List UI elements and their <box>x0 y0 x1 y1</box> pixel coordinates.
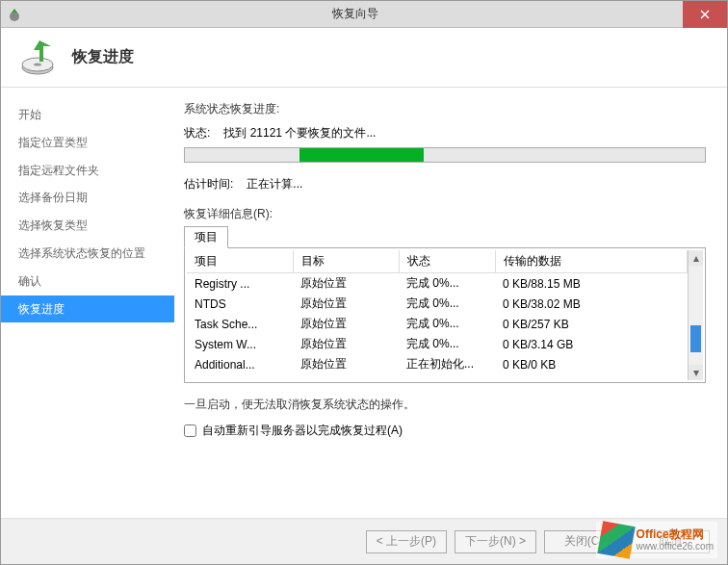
table-row[interactable]: Task Sche...原始位置完成 0%...0 KB/257 KB <box>187 314 688 334</box>
scroll-down-icon[interactable]: ▾ <box>689 365 703 380</box>
status-line: 状态: 找到 21121 个要恢复的文件... <box>184 125 706 141</box>
titlebar: 恢复向导 <box>1 1 727 28</box>
cell: Additional... <box>187 354 293 374</box>
wizard-window: 恢复向导 恢复进度 开始 指定位置类型 指定远程文件夹 选择备份日期 选择恢复类… <box>0 0 728 565</box>
auto-reboot-label: 自动重新引导服务器以完成恢复过程(A) <box>202 423 403 439</box>
vertical-scrollbar[interactable]: ▴ ▾ <box>688 250 703 380</box>
cell: 0 KB/257 KB <box>495 314 688 334</box>
next-button[interactable]: 下一步(N) > <box>455 530 536 553</box>
sidebar-item-location-type[interactable]: 指定位置类型 <box>1 129 174 157</box>
cell: 原始位置 <box>293 334 399 354</box>
cell: 正在初始化... <box>399 354 495 374</box>
sidebar-item-start[interactable]: 开始 <box>1 101 174 129</box>
cell: 完成 0%... <box>399 273 495 295</box>
cell: 完成 0%... <box>399 294 495 314</box>
watermark: Office教程网 www.office26.com <box>596 522 717 558</box>
window-title: 恢复向导 <box>28 6 683 22</box>
scroll-thumb[interactable] <box>690 325 701 352</box>
close-icon <box>700 10 710 19</box>
header: 恢复进度 <box>1 28 727 88</box>
cell: 原始位置 <box>293 354 399 374</box>
sidebar-item-recovery-type[interactable]: 选择恢复类型 <box>1 212 174 240</box>
close-button[interactable] <box>683 1 727 28</box>
notice-text: 一旦启动，便无法取消恢复系统状态的操作。 <box>184 397 706 413</box>
cell: 原始位置 <box>293 314 399 334</box>
progress-label: 系统状态恢复进度: <box>184 101 706 117</box>
recovery-icon <box>18 39 57 77</box>
cell: 原始位置 <box>293 273 399 295</box>
sidebar-item-remote-folder[interactable]: 指定远程文件夹 <box>1 157 174 185</box>
office-icon <box>597 521 635 558</box>
footer: < 上一步(P) 下一步(N) > 关闭(C) 取消 Office教程网 www… <box>1 518 727 564</box>
scroll-track[interactable] <box>689 266 703 365</box>
col-status[interactable]: 状态 <box>399 250 495 273</box>
cell: NTDS <box>187 294 293 314</box>
sidebar-item-backup-date[interactable]: 选择备份日期 <box>1 184 174 212</box>
cell: 原始位置 <box>293 294 399 314</box>
eta-line: 估计时间: 正在计算... <box>184 176 706 193</box>
app-icon <box>7 7 22 22</box>
table-row[interactable]: System W...原始位置完成 0%...0 KB/3.14 GB <box>187 334 688 354</box>
auto-reboot-row[interactable]: 自动重新引导服务器以完成恢复过程(A) <box>184 423 706 439</box>
col-target[interactable]: 目标 <box>293 250 399 273</box>
prev-button[interactable]: < 上一步(P) <box>366 530 447 553</box>
tab-strip: 项目 <box>184 226 706 248</box>
progress-bar <box>184 147 706 163</box>
cell: 0 KB/3.14 GB <box>495 334 688 354</box>
cell: 0 KB/0 KB <box>495 354 688 374</box>
scroll-up-icon[interactable]: ▴ <box>689 250 703 266</box>
sidebar-item-recovery-progress[interactable]: 恢复进度 <box>1 295 174 323</box>
table-row[interactable]: NTDS原始位置完成 0%...0 KB/38.02 MB <box>187 294 688 314</box>
details-label: 恢复详细信息(R): <box>184 206 706 222</box>
progress-fill <box>299 148 425 162</box>
svg-point-3 <box>34 63 41 65</box>
cell: System W... <box>187 334 293 354</box>
svg-point-0 <box>10 12 19 21</box>
cell: 完成 0%... <box>399 314 495 334</box>
details-table-wrap: 项目 目标 状态 传输的数据 Registry ...原始位置完成 0%...0… <box>184 248 706 383</box>
sidebar: 开始 指定位置类型 指定远程文件夹 选择备份日期 选择恢复类型 选择系统状态恢复… <box>1 88 174 518</box>
cell: Registry ... <box>187 273 293 295</box>
table-row[interactable]: Registry ...原始位置完成 0%...0 KB/88.15 MB <box>187 273 688 295</box>
table-row[interactable]: Additional...原始位置正在初始化...0 KB/0 KB <box>187 354 688 374</box>
details-table: 项目 目标 状态 传输的数据 Registry ...原始位置完成 0%...0… <box>187 250 688 374</box>
page-title: 恢复进度 <box>72 47 134 67</box>
status-label: 状态: <box>184 125 210 141</box>
tab-items[interactable]: 项目 <box>184 226 228 248</box>
cell: 完成 0%... <box>399 334 495 354</box>
col-transferred[interactable]: 传输的数据 <box>495 250 688 273</box>
cell: Task Sche... <box>187 314 293 334</box>
table-header-row: 项目 目标 状态 传输的数据 <box>187 250 688 273</box>
watermark-url: www.office26.com <box>637 541 714 552</box>
cell: 0 KB/88.15 MB <box>495 273 688 295</box>
cell: 0 KB/38.02 MB <box>495 294 688 314</box>
sidebar-item-system-state-location[interactable]: 选择系统状态恢复的位置 <box>1 240 174 268</box>
eta-value: 正在计算... <box>247 176 302 193</box>
col-item[interactable]: 项目 <box>187 250 293 273</box>
watermark-title: Office教程网 <box>637 528 714 541</box>
body: 开始 指定位置类型 指定远程文件夹 选择备份日期 选择恢复类型 选择系统状态恢复… <box>1 88 727 518</box>
main-panel: 系统状态恢复进度: 状态: 找到 21121 个要恢复的文件... 估计时间: … <box>174 88 727 518</box>
auto-reboot-checkbox[interactable] <box>184 424 196 437</box>
eta-label: 估计时间: <box>184 176 233 193</box>
sidebar-item-confirm[interactable]: 确认 <box>1 268 174 295</box>
status-value: 找到 21121 个要恢复的文件... <box>223 125 376 141</box>
